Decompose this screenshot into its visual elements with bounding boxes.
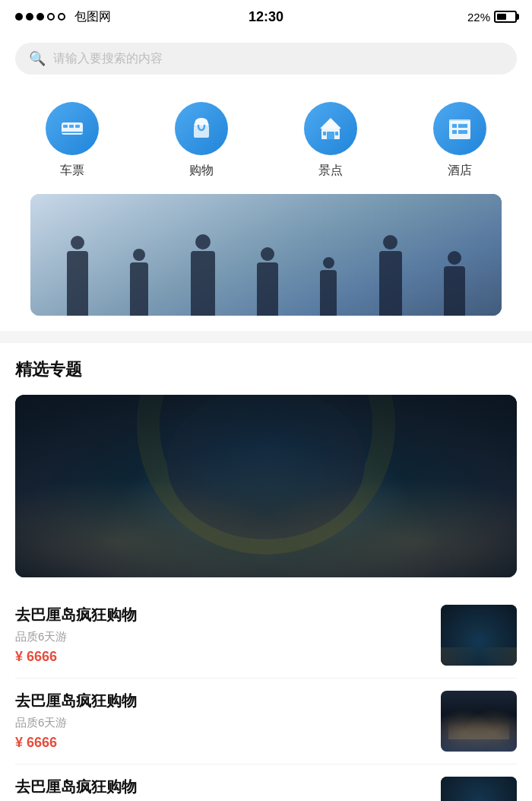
hotel-icon <box>433 102 486 155</box>
svg-rect-4 <box>62 132 83 133</box>
lake-image <box>15 395 517 577</box>
hero-banner <box>30 194 502 316</box>
battery-area: 22% <box>467 11 517 24</box>
svg-rect-17 <box>463 130 467 134</box>
svg-rect-8 <box>327 132 334 139</box>
item-2-price: ¥ 6666 <box>15 735 429 751</box>
status-bar: 包图网 12:30 22% <box>0 0 532 33</box>
item-2-thumbnail <box>441 691 517 752</box>
item-1-price: ¥ 6666 <box>15 649 429 665</box>
featured-item-1[interactable]: 去巴厘岛疯狂购物 品质6天游 ¥ 6666 <box>15 593 517 679</box>
attraction-label: 景点 <box>318 163 343 179</box>
item-3-title: 去巴厘岛疯狂购物 <box>15 777 429 797</box>
person-1 <box>67 236 88 316</box>
person-3 <box>191 234 215 316</box>
shopping-label: 购物 <box>189 163 214 179</box>
svg-rect-12 <box>452 124 457 128</box>
svg-rect-1 <box>63 125 68 128</box>
carrier-label: 包图网 <box>74 9 111 25</box>
section-divider-1 <box>0 331 532 343</box>
hotel-label: 酒店 <box>448 163 472 179</box>
item-2-title: 去巴厘岛疯狂购物 <box>15 691 429 711</box>
category-hotel[interactable]: 酒店 <box>395 102 524 179</box>
svg-rect-15 <box>452 130 457 134</box>
person-6 <box>379 235 402 316</box>
svg-rect-18 <box>449 119 470 122</box>
item-2-subtitle: 品质6天游 <box>15 716 429 730</box>
thumb-lake-image-1 <box>441 605 517 666</box>
battery-fill <box>497 14 506 20</box>
svg-rect-14 <box>463 124 467 128</box>
person-5 <box>320 257 337 316</box>
featured-section: 精选专题 去巴厘岛疯狂购物 品质6天游 ¥ 6666 去巴厘岛疯狂购 <box>0 343 532 801</box>
search-icon: 🔍 <box>29 50 46 67</box>
categories-row: 车票 购物 景点 <box>0 87 532 194</box>
item-2-info: 去巴厘岛疯狂购物 品质6天游 ¥ 6666 <box>15 691 429 751</box>
search-placeholder-text: 请输入要搜索的内容 <box>53 51 163 67</box>
svg-rect-9 <box>323 132 326 135</box>
item-1-thumbnail <box>441 605 517 666</box>
signal-dot-4 <box>47 13 55 21</box>
shopping-icon <box>175 102 228 155</box>
item-3-thumbnail <box>441 777 517 801</box>
svg-rect-16 <box>458 130 463 134</box>
featured-main-image[interactable] <box>15 395 517 577</box>
banner-image <box>30 194 502 316</box>
signal-dot-1 <box>15 13 23 21</box>
featured-title: 精选专题 <box>15 358 517 381</box>
svg-rect-10 <box>335 132 338 135</box>
svg-rect-5 <box>194 126 209 138</box>
ticket-icon <box>46 102 99 155</box>
svg-marker-7 <box>320 118 341 129</box>
item-1-info: 去巴厘岛疯狂购物 品质6天游 ¥ 6666 <box>15 605 429 665</box>
person-7 <box>444 251 465 316</box>
featured-item-2[interactable]: 去巴厘岛疯狂购物 品质6天游 ¥ 6666 <box>15 679 517 764</box>
search-bar[interactable]: 🔍 请输入要搜索的内容 <box>15 43 517 75</box>
item-3-info: 去巴厘岛疯狂购物 <box>15 777 429 801</box>
thumb-city-image <box>441 691 517 752</box>
svg-rect-13 <box>458 124 463 128</box>
person-2 <box>130 249 148 316</box>
item-1-subtitle: 品质6天游 <box>15 630 429 644</box>
featured-item-3[interactable]: 去巴厘岛疯狂购物 <box>15 764 517 801</box>
category-ticket[interactable]: 车票 <box>8 102 137 179</box>
person-4 <box>257 247 278 316</box>
svg-rect-2 <box>69 125 74 128</box>
svg-rect-3 <box>75 125 80 128</box>
battery-percent: 22% <box>467 11 490 24</box>
item-1-title: 去巴厘岛疯狂购物 <box>15 605 429 625</box>
thumb-lake-image-3 <box>441 777 517 801</box>
category-attraction[interactable]: 景点 <box>266 102 395 179</box>
signal-dot-5 <box>58 13 65 21</box>
time-display: 12:30 <box>249 9 283 25</box>
category-shopping[interactable]: 购物 <box>137 102 266 179</box>
ticket-label: 车票 <box>60 163 84 179</box>
battery-icon <box>494 11 517 23</box>
signal-dot-3 <box>36 13 44 21</box>
attraction-icon <box>304 102 357 155</box>
signal-dot-2 <box>26 13 33 21</box>
search-container: 🔍 请输入要搜索的内容 <box>0 33 532 87</box>
